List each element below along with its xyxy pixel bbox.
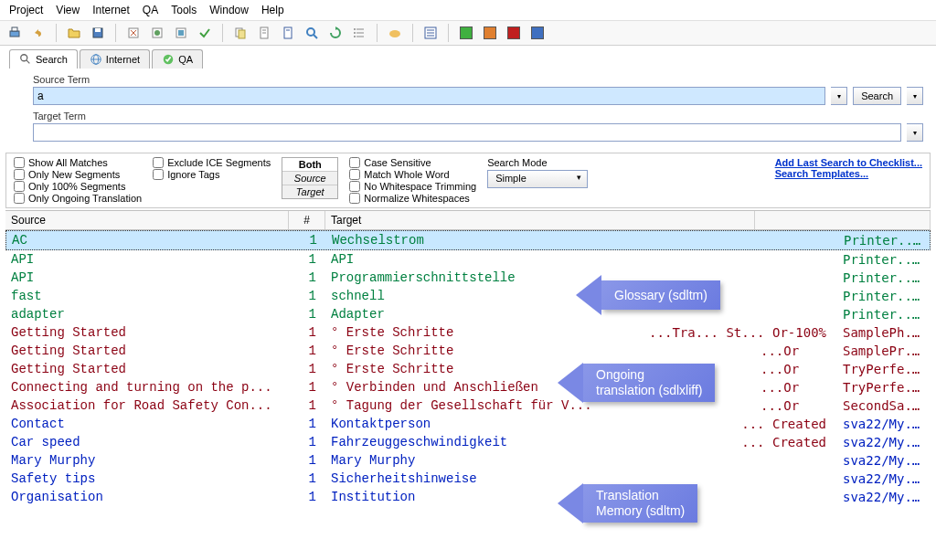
result-row[interactable]: adapter1AdapterPrinter.... bbox=[5, 305, 931, 323]
opt-ignore-tags[interactable]: Ignore Tags bbox=[153, 169, 271, 180]
opt-only-100-segments[interactable]: Only 100% Segments bbox=[14, 181, 142, 192]
result-row[interactable]: Organisation1Institutionsva22/My... bbox=[5, 488, 931, 506]
cell-num: 1 bbox=[289, 343, 325, 359]
svg-line-30 bbox=[27, 60, 30, 64]
menu-qa[interactable]: QA bbox=[143, 4, 158, 16]
result-row[interactable]: Safety tips1Sicherheitshinweisesva22/My.… bbox=[5, 470, 931, 488]
result-row[interactable]: Getting Started1° Erste Schritte100%-Tra… bbox=[5, 323, 931, 342]
result-row[interactable]: Connecting and turning on the p...1° Ver… bbox=[5, 378, 931, 396]
toggle-both[interactable]: Both bbox=[282, 158, 337, 172]
search-tool-icon[interactable] bbox=[303, 24, 321, 42]
result-row[interactable]: API1APIPrinter.... bbox=[5, 250, 931, 269]
cell-file: sva22/My... bbox=[837, 470, 931, 487]
opt-show-all-matches[interactable]: Show All Matches bbox=[14, 157, 142, 168]
menu-bar: Project View Internet QA Tools Window He… bbox=[0, 0, 936, 21]
tool-icon-3[interactable] bbox=[172, 24, 190, 42]
tab-search[interactable]: Search bbox=[9, 49, 78, 69]
search-mode-select[interactable]: Simple bbox=[487, 170, 588, 188]
menu-tools[interactable]: Tools bbox=[171, 4, 197, 16]
opt-no-whitespace-trimming[interactable]: No Whitespace Trimming bbox=[349, 181, 476, 192]
svg-point-6 bbox=[154, 30, 160, 36]
result-row[interactable]: Car speed1FahrzeuggeschwindigkeitCreated… bbox=[5, 433, 931, 451]
copy-icon[interactable] bbox=[231, 24, 250, 42]
tool-icon-4[interactable] bbox=[196, 24, 214, 42]
opt-normalize-whitespaces[interactable]: Normalize Whitespaces bbox=[349, 193, 476, 204]
link-search-templates[interactable]: Search Templates... bbox=[775, 168, 922, 179]
results-header: Source # Target bbox=[5, 211, 931, 230]
list-icon[interactable] bbox=[350, 24, 368, 42]
cell-extra bbox=[755, 489, 837, 505]
doc-icon-1[interactable] bbox=[255, 24, 273, 42]
tab-qa[interactable]: QA bbox=[152, 49, 203, 69]
result-row[interactable]: Getting Started1° Erste SchritteOr...Try… bbox=[5, 360, 931, 378]
options-links: Add Last Search to Checklist... Search T… bbox=[775, 157, 922, 179]
opt-case-sensitive[interactable]: Case Sensitive bbox=[349, 157, 476, 168]
form-icon[interactable] bbox=[421, 24, 440, 42]
opt-exclude-ice[interactable]: Exclude ICE Segments bbox=[153, 157, 271, 168]
result-row[interactable]: Association for Road Safety Con...1° Tag… bbox=[5, 396, 931, 415]
cell-extra: 100%-Tra... St... Or... bbox=[755, 324, 837, 341]
menu-window[interactable]: Window bbox=[209, 4, 249, 16]
tool-icon-1[interactable] bbox=[124, 24, 143, 42]
toggle-source[interactable]: Source bbox=[282, 172, 337, 185]
menu-internet[interactable]: Internet bbox=[92, 4, 130, 16]
save-icon[interactable] bbox=[89, 24, 107, 42]
options-col-2: Exclude ICE Segments Ignore Tags bbox=[153, 157, 271, 180]
cell-source: Getting Started bbox=[5, 343, 289, 359]
col-source-header[interactable]: Source bbox=[5, 211, 289, 229]
opt-match-whole-word[interactable]: Match Whole Word bbox=[349, 169, 476, 180]
cell-source: Organisation bbox=[5, 489, 289, 505]
col-target-header[interactable]: Target bbox=[325, 211, 755, 229]
svg-point-22 bbox=[354, 32, 356, 34]
result-row[interactable]: Contact1KontaktpersonCreated ...sva22/My… bbox=[5, 415, 931, 433]
menu-view[interactable]: View bbox=[56, 4, 80, 16]
search-button[interactable]: Search bbox=[853, 87, 901, 105]
cell-source: Connecting and turning on the p... bbox=[5, 379, 289, 396]
square-red[interactable] bbox=[505, 24, 523, 42]
tab-internet[interactable]: Internet bbox=[80, 49, 150, 69]
result-row[interactable]: Getting Started1° Erste SchritteOr...Sam… bbox=[5, 342, 931, 360]
tab-label: QA bbox=[178, 54, 193, 65]
toggle-target[interactable]: Target bbox=[282, 185, 337, 198]
print-icon[interactable] bbox=[5, 24, 24, 42]
cell-file: Printer.... bbox=[837, 306, 931, 322]
refresh-icon[interactable] bbox=[326, 24, 345, 42]
undo-icon[interactable] bbox=[29, 24, 48, 42]
cell-source: API bbox=[5, 251, 289, 268]
target-term-input[interactable] bbox=[33, 123, 901, 142]
result-row[interactable]: fast1schnellPrinter.... bbox=[5, 287, 931, 305]
square-green[interactable] bbox=[457, 24, 475, 42]
opt-only-new-segments[interactable]: Only New Segments bbox=[14, 169, 142, 180]
menu-help[interactable]: Help bbox=[261, 4, 284, 16]
cell-target: Wechselstrom bbox=[326, 232, 756, 248]
cell-source: Car speed bbox=[5, 434, 289, 450]
svg-rect-10 bbox=[239, 30, 245, 38]
result-row[interactable]: API1ProgrammierschnittstellePrinter.... bbox=[5, 269, 931, 287]
cell-num: 1 bbox=[289, 324, 325, 341]
cell-extra: Created ... bbox=[755, 434, 837, 450]
search-mode-wrap: Search Mode Simple bbox=[487, 157, 588, 188]
search-button-dropdown[interactable]: ▾ bbox=[907, 87, 923, 105]
square-orange[interactable] bbox=[481, 24, 499, 42]
svg-point-24 bbox=[389, 30, 400, 37]
cloud-icon[interactable] bbox=[386, 24, 404, 42]
source-term-dropdown[interactable]: ▾ bbox=[831, 87, 847, 105]
target-term-dropdown[interactable]: ▾ bbox=[907, 123, 923, 142]
tool-icon-2[interactable] bbox=[148, 24, 166, 42]
result-row[interactable]: Mary Murphy1Mary Murphysva22/My... bbox=[5, 451, 931, 470]
opt-only-ongoing-translation[interactable]: Only Ongoing Translation bbox=[14, 193, 142, 204]
folder-icon[interactable] bbox=[65, 24, 83, 42]
cell-source: Contact bbox=[5, 416, 289, 432]
cell-num: 1 bbox=[289, 306, 325, 322]
cell-source: fast bbox=[5, 288, 289, 304]
cell-num: 1 bbox=[289, 434, 325, 450]
col-num-header[interactable]: # bbox=[289, 211, 325, 229]
result-row[interactable]: AC1WechselstromPrinter.... bbox=[5, 230, 931, 250]
menu-project[interactable]: Project bbox=[9, 4, 43, 16]
cell-num: 1 bbox=[289, 269, 325, 286]
source-term-input[interactable] bbox=[33, 87, 825, 105]
square-blue[interactable] bbox=[528, 24, 547, 42]
svg-rect-3 bbox=[95, 28, 101, 32]
doc-icon-2[interactable] bbox=[279, 24, 297, 42]
link-add-last-search[interactable]: Add Last Search to Checklist... bbox=[775, 157, 922, 168]
